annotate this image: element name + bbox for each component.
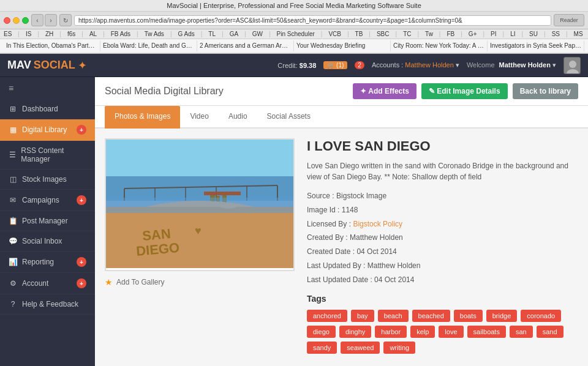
tag-harbor[interactable]: harbor [375,326,407,338]
dashboard-icon: ⊞ [9,105,17,113]
tag-bay[interactable]: bay [351,310,374,322]
back-library-button[interactable]: Back to library [513,83,578,99]
tag-sand[interactable]: sand [537,326,564,338]
created-by-value: Matthew Holden [350,233,403,242]
digital-library-icon: ▦ [9,125,17,134]
bookmarks-bar: ES | IS | ZH | f6s | AL | FB Ads | Tw Ad… [0,29,588,39]
sidebar-item-help[interactable]: ? Help & Feedback [0,294,95,315]
news-item-5[interactable]: City Room: New York Today: A (Hidden) Lu… [391,40,488,51]
tag-seaweed[interactable]: seaweed [341,342,380,354]
sidebar-item-dashboard[interactable]: ⊞ Dashboard [0,99,95,119]
tag-sailboats[interactable]: sailboats [467,326,506,338]
bookmark-twads[interactable]: Tw Ads [145,31,164,37]
add-effects-button[interactable]: ✦ Add Effects [353,83,417,99]
bookmark-sbc[interactable]: SBC [377,31,390,37]
add-gallery-button[interactable]: ★ Add To Gallery [105,277,295,287]
edit-details-button[interactable]: ✎ Edit Image Details [421,83,508,99]
tag-bridge[interactable]: bridge [486,310,518,322]
close-window-button[interactable] [4,17,10,24]
bookmark-fb[interactable]: FB [447,31,454,37]
account-add-icon[interactable]: + [77,278,86,288]
tag-beach[interactable]: beach [378,310,409,322]
social-inbox-icon: 💬 [9,237,17,245]
news-item-1[interactable]: In This Election, Obama's Party Benches … [4,40,100,51]
help-icon: ? [9,300,17,308]
bookmark-li[interactable]: LI [510,31,515,37]
tab-video[interactable]: Video [180,106,218,129]
campaigns-add-icon[interactable]: + [77,195,86,205]
sidebar-label-reporting: Reporting [22,258,54,266]
bookmark-fbads[interactable]: FB Ads [111,31,130,37]
bookmark-es[interactable]: ES [4,31,12,37]
refresh-button[interactable]: ↻ [59,14,72,26]
tag-dinghy[interactable]: dinghy [339,326,371,338]
avatar[interactable] [564,57,581,74]
updated-by-label: Last Updated By : [307,261,365,270]
news-item-3[interactable]: 2 Americans and a German Are Awarded Nob… [197,40,294,51]
tab-social[interactable]: Social Assets [257,106,320,129]
sidebar-label-campaigns: Campaigns [22,196,59,204]
bookmark-ss[interactable]: SS [552,31,560,37]
bookmark-pin[interactable]: Pin Scheduler [277,31,315,37]
tag-beached[interactable]: beached [412,310,450,322]
sidebar-item-social-inbox[interactable]: 💬 Social Inbox [0,231,95,252]
tab-photos[interactable]: Photos & Images [105,106,180,129]
bookmark-tw[interactable]: Tw [425,31,433,37]
stock-images-icon: ◫ [9,175,17,184]
address-bar[interactable]: https://app.maventus.com/media/image-pro… [74,15,551,26]
tag-anchored[interactable]: anchored [307,310,347,322]
bookmark-tl[interactable]: TL [208,31,216,37]
bookmark-f6s[interactable]: f6s [67,31,75,37]
browser-chrome: MavSocial | Enterprise, Professional and… [0,0,588,54]
sidebar-item-digital-library[interactable]: ▦ Digital Library + [0,119,95,141]
notification-badge[interactable]: 2 [355,61,364,69]
logo-star-icon: ✦ [78,59,87,72]
tag-diego[interactable]: diego [307,326,336,338]
sidebar-item-post-manager[interactable]: 📋 Post Manager [0,211,95,231]
bookmark-gplus[interactable]: G+ [469,31,477,37]
licensed-link[interactable]: Bigstock Policy [353,220,402,228]
bookmark-gads[interactable]: G Ads [178,31,194,37]
reader-button[interactable]: Reader [554,14,584,26]
sidebar-item-campaigns[interactable]: ✉ Campaigns + [0,190,95,211]
news-item-2[interactable]: Ebola Ward: Life, Death and Grim Routine… [100,40,197,51]
bookmark-su[interactable]: SU [529,31,538,37]
news-item-6[interactable]: Investigators in Syria Seek Paper Trails… [488,40,584,51]
updated-date-value: 04 Oct 2014 [374,275,414,284]
bookmark-zh[interactable]: ZH [45,31,53,37]
created-by-row: Created By : Matthew Holden [307,233,578,243]
cart-button[interactable]: 🛒 (1) [323,61,347,69]
sidebar-menu-toggle[interactable]: ≡ [0,77,95,99]
accounts-selector[interactable]: Accounts : Matthew Holden ▾ [372,61,459,69]
bookmark-tc[interactable]: TC [403,31,411,37]
digital-library-add-icon[interactable]: + [77,125,86,135]
bookmark-ms[interactable]: MS [574,31,583,37]
tag-san[interactable]: san [510,326,533,338]
tab-audio[interactable]: Audio [219,106,257,129]
bookmark-is[interactable]: IS [26,31,31,37]
tag-coronado[interactable]: coronado [521,310,561,322]
sidebar-item-rss[interactable]: ☰ RSS Content Manager [0,141,95,170]
forward-button[interactable]: › [45,14,57,26]
bookmark-gw[interactable]: GW [252,31,263,37]
sidebar-item-stock-images[interactable]: ◫ Stock Images [0,170,95,190]
sidebar-item-reporting[interactable]: 📊 Reporting + [0,252,95,273]
welcome-label: Welcome Matthew Holden ▾ [467,61,556,69]
back-button[interactable]: ‹ [31,14,43,26]
news-item-4[interactable]: Your Wednesday Briefing [294,40,391,51]
bookmark-al[interactable]: AL [89,31,97,37]
bookmark-tb[interactable]: TB [355,31,363,37]
minimize-window-button[interactable] [13,17,20,24]
tag-boats[interactable]: boats [454,310,483,322]
tag-writing[interactable]: writing [383,342,415,354]
tag-love[interactable]: love [439,326,463,338]
bookmark-pi[interactable]: PI [491,31,496,37]
sidebar-item-account[interactable]: ⚙ Account + [0,273,95,294]
image-id-label: Image Id : [307,206,339,214]
maximize-window-button[interactable] [22,17,29,24]
bookmark-vcb[interactable]: VCB [328,31,341,37]
tag-kelp[interactable]: kelp [410,326,435,338]
reporting-add-icon[interactable]: + [77,257,86,267]
bookmark-ga[interactable]: GA [230,31,238,37]
tag-sandy[interactable]: sandy [307,342,337,354]
